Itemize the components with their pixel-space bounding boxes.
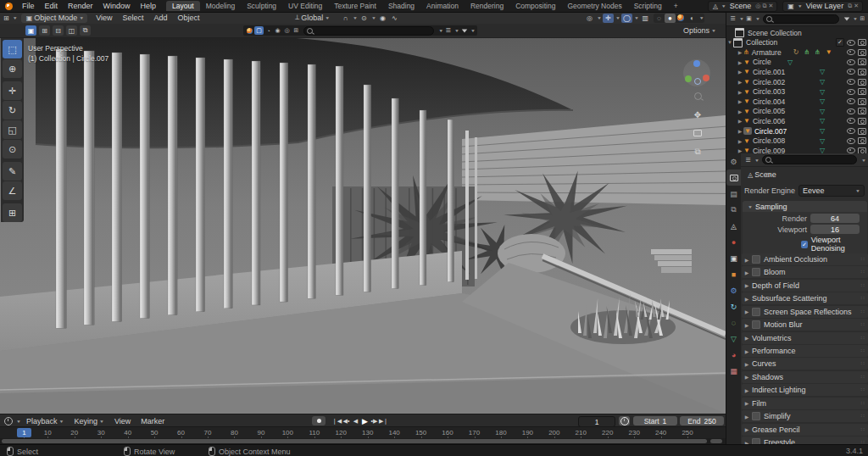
add-cube-tool[interactable]: ⊞ — [3, 203, 22, 222]
expand-arrow-icon[interactable]: ▶ — [737, 59, 743, 65]
outliner-row-circle[interactable]: ▶▼Circle▽ — [726, 58, 868, 67]
pin-icon[interactable]: ⊙ — [765, 171, 771, 179]
current-frame-badge[interactable]: 1 — [17, 428, 31, 437]
jump-to-end-icon[interactable]: ▶❘ — [379, 416, 388, 425]
workspace-tab-sculpting[interactable]: Sculpting — [241, 1, 282, 11]
tab-scene-icon[interactable]: ◬ — [726, 218, 741, 234]
play-reverse-icon[interactable]: ◀ — [351, 416, 360, 425]
section-checkbox[interactable] — [752, 438, 760, 444]
workspace-tab-shading[interactable]: Shading — [382, 1, 420, 11]
section-freestyle[interactable]: ▶Freestyle∷ — [742, 437, 868, 444]
render-engine-dropdown[interactable]: Eevee▼ — [798, 185, 865, 197]
eye-icon[interactable] — [847, 69, 855, 75]
transform-tool[interactable]: ⊙ — [3, 140, 22, 158]
close-icon[interactable]: ✕ — [854, 3, 859, 9]
section-checkbox[interactable] — [752, 268, 760, 276]
preview-range-icon[interactable] — [619, 416, 630, 425]
menu-window[interactable]: Window — [98, 2, 136, 10]
camera-icon[interactable] — [858, 39, 866, 46]
tab-object-icon[interactable]: ■ — [726, 266, 741, 282]
section-volumetrics[interactable]: ▶Volumetrics∷ — [742, 332, 868, 344]
outliner-row-collection[interactable]: ▼Collection✓ — [726, 38, 868, 47]
denoising-checkbox[interactable]: ✓ — [801, 241, 808, 248]
properties-search-input[interactable] — [762, 155, 857, 164]
menu-edit[interactable]: Edit — [40, 2, 64, 10]
expand-arrow-icon[interactable]: ▶ — [737, 147, 743, 153]
menu-help[interactable]: Help — [136, 2, 162, 10]
tab-tool-icon[interactable]: ⚙ — [726, 153, 741, 170]
timeline-menu-view[interactable]: View — [109, 417, 136, 425]
timeline-menu-playback[interactable]: Playback▼ — [21, 417, 69, 425]
expand-arrow-icon[interactable]: ▶ — [737, 118, 743, 124]
outliner-row-circle-002[interactable]: ▶▼Circle.002▽ — [726, 77, 868, 86]
tab-world-icon[interactable]: ● — [726, 234, 741, 250]
gizmos-icon[interactable]: ✛ — [603, 14, 614, 23]
section-curves[interactable]: ▶Curves∷ — [742, 358, 868, 370]
snap-target-icon[interactable]: ⊙ — [359, 14, 370, 23]
section-checkbox[interactable] — [752, 308, 760, 316]
select-intersect-icon[interactable]: ⧉ — [80, 25, 91, 36]
menu-file[interactable]: File — [17, 2, 40, 10]
z-neg-dot[interactable] — [694, 78, 701, 85]
section-depth-of-field[interactable]: ▶Depth of Field∷ — [742, 280, 868, 292]
camera-icon[interactable] — [858, 118, 866, 125]
scrollbar-stub[interactable] — [710, 439, 722, 443]
rendered-shading-icon[interactable]: ◐ — [687, 14, 698, 23]
workspace-tab-layout[interactable]: Layout — [166, 1, 200, 11]
start-frame-field[interactable]: Start1 — [633, 416, 677, 425]
section-subsurface-scattering[interactable]: ▶Subsurface Scattering∷ — [742, 292, 868, 304]
perspective-toggle-icon[interactable]: ⧉ — [691, 145, 704, 158]
3d-viewport[interactable]: ⬚ ⊕ ✛ ↻ ◱ ⊙ ✎ ∠ ⊞ User Perspective (1) C… — [0, 37, 726, 414]
select-set-icon[interactable]: ▣ — [25, 25, 36, 36]
close-icon[interactable]: ✕ — [768, 3, 773, 9]
eye-icon[interactable] — [847, 49, 855, 55]
new-layer-icon[interactable]: ⧉ — [848, 3, 852, 9]
section-bloom[interactable]: ▶Bloom∷ — [742, 266, 868, 278]
expand-arrow-icon[interactable]: ▶ — [737, 49, 743, 55]
workspace-tab-animation[interactable]: Animation — [420, 1, 465, 11]
auto-keying-button[interactable] — [312, 416, 326, 425]
light-filter-icon[interactable]: ◉ — [273, 26, 282, 35]
grid-filter-icon[interactable]: ⊞ — [292, 26, 301, 35]
camera-icon[interactable] — [858, 58, 866, 65]
viewport-menu-add[interactable]: Add — [149, 14, 173, 22]
workspace-tab-texture-paint[interactable]: Texture Paint — [328, 1, 382, 11]
cursor-tool[interactable]: ⊕ — [3, 59, 22, 78]
new-scene-icon[interactable]: ⧉ — [762, 3, 766, 9]
camera-view-icon[interactable] — [691, 126, 704, 140]
view-layer-name[interactable]: View Layer — [806, 2, 843, 10]
rotate-tool[interactable]: ↻ — [3, 101, 22, 120]
sampling-panel-header[interactable]: ▼Sampling — [743, 201, 867, 212]
exclude-checkbox[interactable]: ✓ — [836, 38, 844, 47]
xray-icon[interactable]: ▥ — [640, 14, 651, 23]
view-layer-selector[interactable]: ▣▼ View Layer ⧉ ✕ — [782, 1, 863, 12]
viewport-menu-object[interactable]: Object — [173, 14, 205, 22]
workspace-tab-rendering[interactable]: Rendering — [465, 1, 509, 11]
tab-collection-icon[interactable]: ▣ — [726, 250, 741, 266]
new-collection-icon[interactable]: ⊞ — [858, 14, 867, 23]
camera-icon[interactable] — [858, 137, 866, 144]
camera-icon[interactable] — [858, 88, 866, 95]
filter-funnel-icon[interactable] — [459, 26, 469, 35]
timeline-ruler[interactable]: 1 11020304050607080901001101201301401501… — [0, 426, 726, 439]
measure-tool[interactable]: ∠ — [3, 181, 22, 200]
menu-render[interactable]: Render — [63, 2, 98, 10]
timeline-editor-icon[interactable] — [4, 417, 13, 425]
annotate-tool[interactable]: ✎ — [3, 162, 22, 181]
play-icon[interactable]: ▶ — [360, 416, 370, 425]
transform-orientation[interactable]: ⟂ Global▼ — [293, 14, 330, 22]
timeline-menu-keying[interactable]: Keying▼ — [69, 417, 108, 425]
outliner-filter-id-icon[interactable]: ▣ — [744, 14, 754, 23]
tab-physics-icon[interactable]: ↻ — [726, 298, 741, 314]
expand-arrow-icon[interactable]: ▶ — [737, 89, 743, 95]
workspace-tab-scripting[interactable]: Scripting — [628, 1, 668, 11]
camera-icon[interactable] — [858, 108, 866, 114]
viewport-menu-view[interactable]: View — [91, 14, 117, 22]
workspace-tab-modeling[interactable]: Modeling — [200, 1, 242, 11]
eye-icon[interactable] — [847, 59, 855, 65]
z-axis-dot[interactable] — [693, 60, 700, 67]
camera-filter-icon[interactable]: ◎ — [282, 26, 292, 35]
tab-view-layer-icon[interactable]: ⧉ — [726, 202, 741, 218]
eye-icon[interactable] — [847, 108, 855, 114]
scrollbar-thumb[interactable] — [2, 439, 707, 443]
